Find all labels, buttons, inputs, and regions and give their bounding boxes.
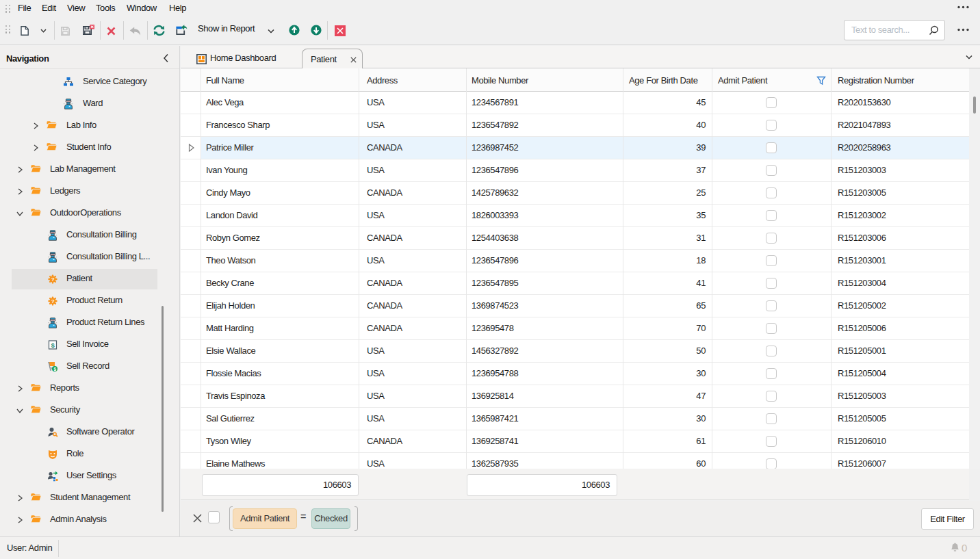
svg-text:?: ? (51, 298, 55, 304)
svg-text:$: $ (51, 342, 55, 349)
svg-text:?: ? (51, 276, 55, 283)
